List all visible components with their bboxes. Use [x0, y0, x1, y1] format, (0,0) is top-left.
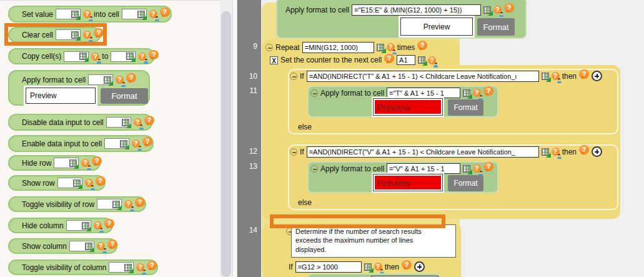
- field-help-icon[interactable]: [374, 263, 382, 271]
- field-help-icon[interactable]: [473, 164, 481, 173]
- field-help-icon[interactable]: [83, 10, 91, 18]
- cell-picker-icon[interactable]: [126, 53, 134, 60]
- cell-picker-icon[interactable]: [79, 53, 87, 60]
- cell-picker-icon[interactable]: [483, 6, 491, 14]
- cell-ref-input[interactable]: [104, 138, 129, 149]
- condition-field[interactable]: =AND(INDIRECT("V" & A1 + 15 - 1) < Child…: [307, 146, 539, 158]
- column-ref-input[interactable]: [66, 220, 91, 231]
- cell-picker-icon[interactable]: [377, 44, 384, 51]
- collapse-icon[interactable]: [290, 148, 297, 156]
- formula-field[interactable]: ="T" & A1 + 15 - 1: [387, 88, 460, 98]
- cell-picker-icon[interactable]: [542, 73, 549, 80]
- field-help-icon[interactable]: [149, 10, 157, 18]
- block-help-icon[interactable]: [126, 73, 136, 83]
- collapse-icon[interactable]: [310, 165, 318, 173]
- cell-picker-icon[interactable]: [104, 76, 111, 84]
- palette-scrollbar-thumb[interactable]: [221, 11, 231, 277]
- block-help-icon[interactable]: [417, 41, 427, 50]
- block-help-icon[interactable]: [142, 137, 152, 146]
- block-help-icon[interactable]: [147, 261, 157, 270]
- format-button[interactable]: Format: [477, 18, 515, 36]
- field-help-icon[interactable]: [116, 76, 124, 84]
- palette-item-toggle-row[interactable]: Toggle visibility of row: [8, 196, 146, 212]
- field-help-icon[interactable]: [85, 179, 93, 187]
- format-button[interactable]: Format: [448, 99, 483, 116]
- field-help-icon[interactable]: [91, 53, 99, 61]
- row-ref-input[interactable]: [57, 178, 82, 188]
- field-help-icon[interactable]: [552, 148, 560, 156]
- field-help-icon[interactable]: [94, 221, 102, 229]
- palette-item-disable-input[interactable]: Disable data input to cell: [8, 114, 152, 131]
- cell-ref-input[interactable]: [122, 9, 147, 19]
- comment-box[interactable]: Determine if the number of search result…: [291, 224, 456, 258]
- row-ref-input[interactable]: [54, 158, 79, 168]
- row-ref-input[interactable]: [97, 199, 122, 209]
- palette-item-toggle-column[interactable]: Toggle visibility of column: [8, 259, 158, 275]
- field-help-icon[interactable]: [132, 139, 140, 148]
- collapse-icon[interactable]: [265, 44, 273, 51]
- add-branch-icon[interactable]: [414, 261, 425, 272]
- cell-ref-input[interactable]: [88, 74, 113, 85]
- block-help-icon[interactable]: [160, 8, 170, 17]
- palette-item-enable-input[interactable]: Enable data input to cell: [8, 135, 154, 152]
- palette-item-apply-format[interactable]: Apply format to cell Preview Format: [8, 70, 150, 106]
- palette-item-hide-row[interactable]: Hide row: [8, 155, 101, 171]
- block-help-icon[interactable]: [107, 239, 117, 249]
- format-preview-box-red[interactable]: Preview: [373, 98, 443, 116]
- field-help-icon[interactable]: [473, 89, 481, 97]
- palette-item-set-value[interactable]: Set value into cell: [8, 6, 172, 23]
- cell-picker-icon[interactable]: [463, 89, 470, 97]
- block-help-icon[interactable]: [104, 219, 114, 228]
- block-help-icon[interactable]: [384, 54, 394, 63]
- field-help-icon[interactable]: [81, 159, 89, 167]
- palette-item-hide-column[interactable]: Hide column: [8, 218, 113, 233]
- target-cell-input[interactable]: [111, 51, 136, 62]
- column-ref-input[interactable]: [109, 262, 134, 273]
- field-help-icon[interactable]: [124, 200, 132, 208]
- block-help-icon[interactable]: [483, 86, 493, 96]
- cell-picker-icon[interactable]: [122, 119, 129, 126]
- cell-picker-icon[interactable]: [137, 11, 145, 18]
- field-help-icon[interactable]: [136, 263, 144, 271]
- block-help-icon[interactable]: [149, 50, 159, 59]
- format-button[interactable]: Format: [448, 175, 483, 191]
- block-help-icon[interactable]: [402, 260, 412, 269]
- add-branch-icon[interactable]: [592, 146, 602, 157]
- formula-field[interactable]: =MIN(G12, 1000): [302, 42, 374, 53]
- cell-picker-icon[interactable]: [69, 159, 77, 167]
- format-button[interactable]: Format: [101, 88, 148, 104]
- column-ref-input[interactable]: [69, 241, 94, 251]
- cell-picker-icon[interactable]: [71, 11, 79, 18]
- palette-item-show-column[interactable]: Show column: [8, 238, 117, 254]
- cell-picker-icon[interactable]: [463, 165, 470, 173]
- field-help-icon[interactable]: [428, 56, 436, 64]
- cell-picker-icon[interactable]: [120, 140, 127, 148]
- field-help-icon[interactable]: [97, 242, 105, 250]
- value-input[interactable]: [56, 9, 81, 19]
- condition-field[interactable]: =AND(INDIRECT("T" & A1 + 15 - 1) < Child…: [307, 71, 539, 82]
- cell-ref-input[interactable]: [106, 117, 131, 128]
- cell-picker-icon[interactable]: [73, 179, 81, 187]
- field-help-icon[interactable]: [134, 118, 142, 126]
- field-help-icon[interactable]: [552, 72, 560, 80]
- cell-picker-icon[interactable]: [418, 56, 425, 64]
- add-branch-icon[interactable]: [592, 71, 602, 81]
- block-help-icon[interactable]: [579, 145, 589, 154]
- condition-field[interactable]: =G12 > 1000: [295, 261, 362, 273]
- field-help-icon[interactable]: [138, 53, 146, 61]
- field-help-icon[interactable]: [387, 43, 395, 51]
- palette-item-show-row[interactable]: Show row: [8, 175, 106, 191]
- counter-checkbox[interactable]: [270, 56, 278, 64]
- cell-picker-icon[interactable]: [542, 148, 549, 156]
- counter-cell-field[interactable]: A1: [397, 55, 415, 65]
- block-help-icon[interactable]: [579, 69, 589, 79]
- cell-picker-icon[interactable]: [82, 222, 89, 229]
- palette-item-copy-cells[interactable]: Copy cell(s) to: [8, 48, 155, 64]
- cell-picker-icon[interactable]: [112, 201, 120, 208]
- collapse-icon[interactable]: [290, 73, 297, 80]
- block-help-icon[interactable]: [144, 116, 154, 125]
- block-help-icon[interactable]: [483, 162, 493, 171]
- block-help-icon[interactable]: [135, 198, 145, 207]
- format-preview-box-red[interactable]: Preview: [373, 174, 443, 191]
- block-help-icon[interactable]: [504, 3, 514, 13]
